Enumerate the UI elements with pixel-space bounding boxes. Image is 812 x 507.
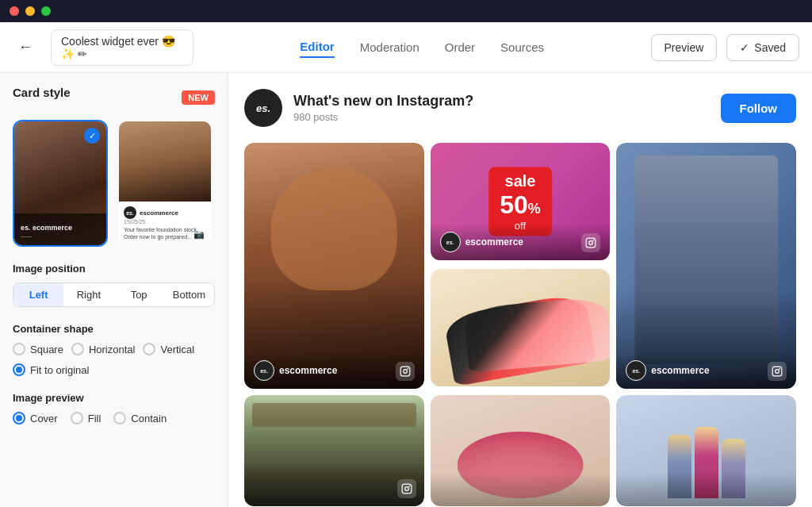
- svg-point-11: [408, 486, 410, 487]
- card-style-header: Card style NEW: [13, 86, 215, 109]
- photo-shoes-image: [431, 269, 611, 386]
- shape-vertical-option[interactable]: Vertical: [143, 343, 194, 355]
- svg-rect-3: [586, 238, 596, 248]
- svg-rect-0: [400, 367, 410, 376]
- saved-button[interactable]: ✓ Saved: [726, 34, 799, 61]
- shape-horizontal-option[interactable]: Horizontal: [71, 343, 136, 355]
- photo-username-sale: escommerce: [465, 236, 523, 248]
- card-style-option-2[interactable]: es. escommerce 15/05/25 Your favorite fo…: [117, 120, 213, 247]
- svg-rect-9: [402, 484, 412, 494]
- position-left-button[interactable]: Left: [13, 283, 63, 306]
- card-img-2: [119, 121, 211, 202]
- shape-square-radio: [13, 343, 25, 355]
- preview-cover-option[interactable]: Cover: [13, 412, 58, 424]
- widget-title-input[interactable]: Coolest widget ever 😎✨ ✏: [51, 29, 193, 66]
- position-top-button[interactable]: Top: [114, 283, 164, 306]
- selected-check-icon: ✓: [84, 128, 100, 144]
- photo-sale-image: sale 50 % off es.: [431, 143, 611, 260]
- container-shape-title: Container shape: [13, 323, 215, 335]
- svg-point-10: [404, 487, 408, 491]
- preview-fill-radio: [71, 412, 83, 424]
- svg-point-2: [407, 368, 408, 370]
- photo-card-fashion[interactable]: es. escommerce: [616, 143, 796, 389]
- position-bottom-button[interactable]: Bottom: [164, 283, 214, 306]
- image-position-btn-group: Left Right Top Bottom: [13, 282, 215, 307]
- preview-contain-label: Contain: [131, 413, 167, 424]
- preview-fill-label: Fill: [88, 413, 102, 424]
- container-shape-radio-group: Square Horizontal Vertical Fit to origin…: [13, 343, 215, 376]
- preview-contain-radio: [113, 412, 126, 424]
- photo-card-store[interactable]: [244, 395, 424, 506]
- photo-card-shoes[interactable]: [431, 269, 611, 389]
- photo-card-portrait-main[interactable]: es. escommerce: [244, 143, 424, 389]
- preview-button[interactable]: Preview: [651, 34, 718, 61]
- photo-user-1: es. escommerce: [254, 360, 337, 381]
- shape-fit-option[interactable]: Fit to original: [13, 363, 215, 376]
- svg-point-8: [779, 368, 780, 370]
- tab-sources[interactable]: Sources: [500, 37, 544, 57]
- svg-point-4: [589, 241, 593, 245]
- photo-avatar-sale: es.: [440, 232, 461, 252]
- preview-fill-option[interactable]: Fill: [71, 412, 102, 424]
- image-position-title: Image position: [13, 263, 215, 275]
- tab-moderation[interactable]: Moderation: [360, 37, 419, 57]
- svg-rect-6: [772, 367, 782, 376]
- svg-point-1: [403, 370, 407, 374]
- shape-square-option[interactable]: Square: [13, 343, 63, 355]
- photo-card-sale[interactable]: sale 50 % off es.: [431, 143, 611, 263]
- image-position-section: Image position Left Right Top Bottom: [13, 263, 215, 307]
- photo-card-flowers[interactable]: [431, 395, 611, 506]
- shape-vertical-label: Vertical: [160, 344, 194, 355]
- tab-editor[interactable]: Editor: [300, 36, 334, 58]
- close-dot[interactable]: [10, 6, 19, 16]
- feed-info: What's new on Instagram? 980 posts: [293, 93, 721, 123]
- image-preview-radio-group: Cover Fill Contain: [13, 412, 215, 424]
- photo-grid: es. escommerce sale: [244, 143, 796, 506]
- photo-footer-sale: es. escommerce: [431, 224, 611, 260]
- flowers-gradient: [431, 473, 611, 506]
- photo-avatar-fashion: es.: [626, 360, 646, 381]
- image-preview-section: Image preview Cover Fill Contain: [13, 392, 215, 424]
- photo-store-image: [244, 395, 424, 506]
- container-shape-section: Container shape Square Horizontal Vertic…: [13, 323, 215, 376]
- instagram-icon-sale: [581, 233, 600, 252]
- preview-cover-label: Cover: [30, 413, 58, 424]
- minimize-dot[interactable]: [25, 6, 35, 16]
- card-label-1: es. ecommerce ——: [21, 224, 72, 239]
- card-2-date: 15/05/25: [124, 219, 206, 225]
- widget-title-text: Coolest widget ever 😎✨ ✏: [61, 35, 183, 60]
- sale-percent: 50: [500, 190, 528, 220]
- shape-horizontal-radio: [71, 343, 84, 355]
- photo-group-image: [616, 395, 796, 506]
- feed-avatar-text: es.: [256, 102, 270, 114]
- group-gradient: [616, 473, 796, 506]
- photo-footer-fashion: es. escommerce: [616, 352, 796, 389]
- position-right-button[interactable]: Right: [63, 283, 113, 306]
- tab-order[interactable]: Order: [445, 37, 475, 57]
- photo-card-group[interactable]: [616, 395, 796, 506]
- back-button[interactable]: ←: [13, 35, 38, 60]
- preview-contain-option[interactable]: Contain: [113, 412, 167, 424]
- photo-flowers-image: [431, 395, 611, 506]
- photo-user-sale: es. escommerce: [440, 232, 523, 252]
- rack-bar: [252, 403, 416, 427]
- card-style-title: Card style: [13, 86, 71, 99]
- check-icon: ✓: [740, 41, 749, 54]
- photo-portrait-image: es. escommerce: [244, 143, 424, 389]
- sale-percent-row: 50 %: [500, 190, 541, 220]
- maximize-dot[interactable]: [41, 6, 51, 16]
- photo-footer-1: es. escommerce: [244, 352, 424, 389]
- new-badge: NEW: [182, 90, 215, 105]
- shape-square-label: Square: [30, 344, 63, 355]
- nav-tabs: Editor Moderation Order Sources: [206, 36, 638, 58]
- portrait-face: [271, 167, 397, 290]
- topbar: ← Coolest widget ever 😎✨ ✏ Editor Modera…: [0, 22, 812, 73]
- follow-button[interactable]: Follow: [721, 94, 797, 123]
- preview-cover-radio: [13, 412, 25, 424]
- card-styles-row: es. ecommerce —— ✓ es.: [13, 120, 215, 247]
- card-style-option-1[interactable]: es. ecommerce —— ✓: [13, 120, 108, 247]
- card-style-section: Card style NEW es. ecommerce —— ✓: [13, 86, 215, 247]
- svg-point-5: [593, 240, 595, 241]
- card-preview-image-2: [119, 121, 211, 202]
- saved-label: Saved: [754, 41, 786, 54]
